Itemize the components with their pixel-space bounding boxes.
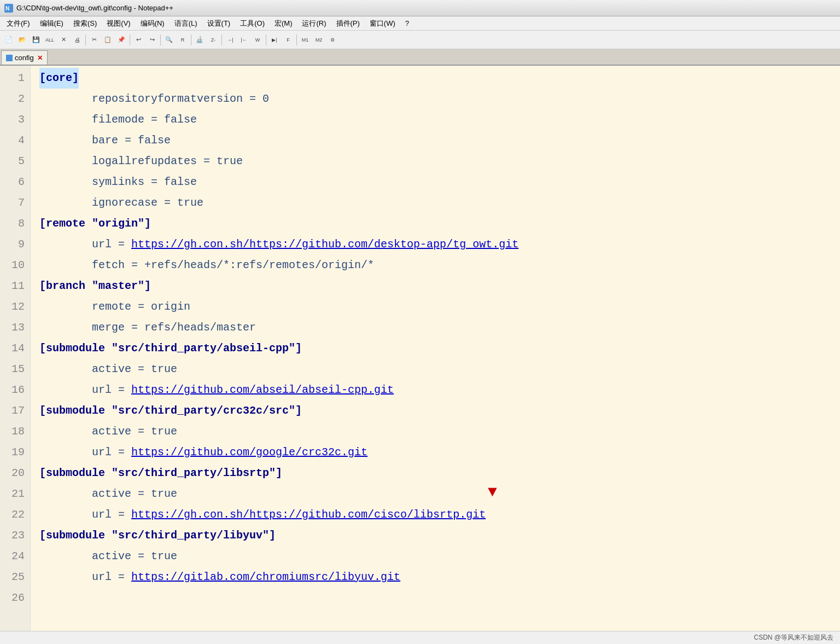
tb-sep1 [85,34,86,45]
code-line-14: [submodule "src/third_party/abseil-cpp"] [39,338,840,359]
line17-text: [submodule "src/third_party/crc32c/src"] [39,401,302,421]
code-line-6: symlinks = false [39,172,840,193]
line-num-19: 19 [0,442,25,463]
line-num-25: 25 [0,567,25,588]
tb-sep3 [160,34,161,45]
tb-sep7 [296,34,297,45]
line-num-3: 3 [0,109,25,130]
line11-text: [branch "master"] [39,276,151,297]
line-num-9: 9 [0,234,25,255]
line1-text: [core] [39,68,79,89]
tb-cut[interactable]: ✂ [88,33,101,47]
line4-text: bare = false [39,130,171,151]
code-area: 1 2 3 4 5 6 7 8 9 10 11 12 13 14 15 16 1… [0,66,840,631]
menu-run[interactable]: 运行(R) [298,18,330,30]
line-num-17: 17 [0,401,25,421]
tb-save[interactable]: 💾 [30,33,43,47]
watermark-text: CSDN @等风来不如迎风去 [754,633,833,642]
code-line-11: [branch "master"] [39,276,840,297]
tb-macro2[interactable]: M2 [312,33,325,47]
menu-language[interactable]: 语言(L) [170,18,202,30]
code-line-18: active = true [39,421,840,442]
menu-macro[interactable]: 宏(M) [270,18,297,30]
menu-help[interactable]: ? [401,18,413,28]
tb-save-all[interactable]: ALL [43,33,56,47]
tb-close[interactable]: ✕ [57,33,70,47]
code-content[interactable]: [core] repositoryformatversion = 0 filem… [31,66,840,631]
line14-text: [submodule "src/third_party/abseil-cpp"] [39,338,302,359]
line-num-16: 16 [0,380,25,401]
code-line-13: merge = refs/heads/master [39,317,840,338]
menu-file[interactable]: 文件(F) [2,18,34,30]
menu-view[interactable]: 视图(V) [102,18,135,30]
line-num-5: 5 [0,151,25,172]
code-line-20: [submodule "src/third_party/libsrtp"] [39,463,840,484]
code-line-7: ignorecase = true [39,193,840,213]
code-line-4: bare = false [39,130,840,151]
code-line-16: url = https://github.com/abseil/abseil-c… [39,380,840,401]
line10-text: fetch = +refs/heads/*:refs/remotes/origi… [39,255,374,276]
title-text: G:\CDN\tg-owt-dev\tg_owt\.git\config - N… [16,4,173,12]
line-num-11: 11 [0,276,25,297]
tb-new[interactable]: 📄 [2,33,15,47]
tb-unindent[interactable]: |← [237,33,250,47]
tb-print[interactable]: 🖨 [71,33,84,47]
tb-redo[interactable]: ↪ [145,33,159,47]
line5-text: logallrefupdates = true [39,151,243,172]
menu-window[interactable]: 窗口(W) [365,18,400,30]
tb-replace[interactable]: R [176,33,189,47]
tb-macro1[interactable]: M1 [299,33,312,47]
line-num-20: 20 [0,463,25,484]
menu-encode[interactable]: 编码(N) [136,18,169,30]
line-num-7: 7 [0,193,25,213]
tb-format[interactable]: F [282,33,295,47]
tb-sep5 [221,34,222,45]
tb-undo[interactable]: ↩ [132,33,145,47]
line22-link[interactable]: https://gh.con.sh/https://github.com/cis… [131,504,486,525]
tb-copy[interactable]: 📋 [101,33,114,47]
tb-plugin1[interactable]: ⚙ [326,33,339,47]
menu-edit[interactable]: 编辑(E) [36,18,68,30]
menu-search[interactable]: 搜索(S) [69,18,101,30]
code-line-19: url = https://github.com/google/crc32c.g… [39,442,840,463]
line3-text: filemode = false [39,109,197,130]
menu-plugins[interactable]: 插件(P) [332,18,364,30]
line-num-8: 8 [0,213,25,234]
tb-wrap[interactable]: W [251,33,264,47]
line21-text: active = true [39,484,177,504]
tb-zoom-in[interactable]: 🔬 [193,33,206,47]
tb-indent[interactable]: →| [224,33,237,47]
menu-settings[interactable]: 设置(T) [203,18,235,30]
line15-text: active = true [39,359,177,380]
line25-link[interactable]: https://gitlab.com/chromiumsrc/libyuv.gi… [131,567,400,588]
tb-zoom-out[interactable]: Z- [207,33,220,47]
line24-text: active = true [39,546,177,567]
line25-key: url = [39,567,131,588]
tab-config[interactable]: config ✕ [1,50,48,65]
code-line-2: repositoryformatversion = 0 [39,89,840,109]
line20-text: [submodule "src/third_party/libsrtp"] [39,463,282,484]
line7-text: ignorecase = true [39,193,203,213]
line9-link[interactable]: https://gh.con.sh/https://github.com/des… [131,234,518,255]
line-num-21: 21 [0,484,25,504]
tb-open[interactable]: 📂 [16,33,29,47]
tab-close-button[interactable]: ✕ [37,54,43,62]
line19-link[interactable]: https://github.com/google/crc32c.git [131,442,368,463]
menu-tools[interactable]: 工具(O) [236,18,269,30]
title-bar: N G:\CDN\tg-owt-dev\tg_owt\.git\config -… [0,0,840,16]
code-line-22: url = https://gh.con.sh/https://github.c… [39,504,840,525]
line16-link[interactable]: https://github.com/abseil/abseil-cpp.git [131,380,394,401]
line-num-14: 14 [0,338,25,359]
line18-text: active = true [39,421,177,442]
tb-sep4 [191,34,191,45]
status-bar: CSDN @等风来不如迎风去 [0,631,840,644]
tab-label: config [15,54,34,62]
line9-key: url = [39,234,131,255]
tb-paste[interactable]: 📌 [115,33,128,47]
line-num-1: 1 [0,68,25,89]
tb-indent2[interactable]: ▶| [268,33,281,47]
app-icon: N [4,4,13,13]
tb-find[interactable]: 🔍 [162,33,176,47]
line-num-18: 18 [0,421,25,442]
line6-text: symlinks = false [39,172,197,193]
